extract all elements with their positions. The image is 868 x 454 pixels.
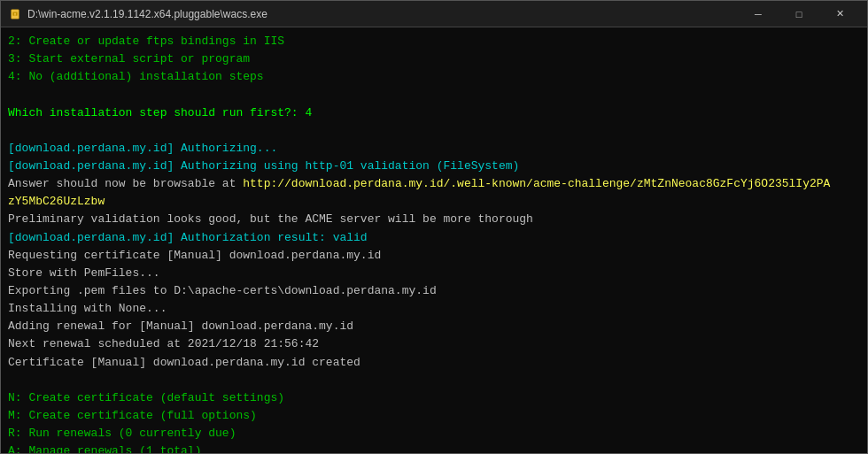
maximize-button[interactable]: □	[779, 1, 819, 27]
minimize-button[interactable]: ─	[738, 1, 779, 27]
terminal-line: Next renewal scheduled at 2021/12/18 21:…	[8, 335, 860, 353]
terminal-menu-r: R: Run renewals (0 currently due)	[8, 425, 860, 442]
terminal-line: Preliminary validation looks good, but t…	[8, 211, 860, 228]
terminal-line: Certificate [Manual] download.perdana.my…	[8, 354, 860, 372]
terminal-line: Requesting certificate [Manual] download…	[8, 247, 860, 265]
terminal-line: 3: Start external script or program	[8, 50, 860, 68]
terminal-line	[8, 122, 860, 140]
window-icon	[8, 7, 22, 21]
title-bar-text: D:\win-acme.v2.1.19.1142.x64.pluggable\w…	[27, 8, 738, 20]
terminal-menu-n: N: Create certificate (default settings)	[8, 389, 860, 407]
terminal-line: Installing with None...	[8, 300, 860, 318]
url-text: http://download.perdana.my.id/.well-know…	[243, 177, 830, 190]
terminal-line: Adding renewal for [Manual] download.per…	[8, 318, 860, 335]
terminal-line: [download.perdana.my.id] Authorizing usi…	[8, 158, 860, 175]
terminal-line-url-cont: zY5MbC26UzLzbw	[8, 193, 860, 211]
terminal-line: [download.perdana.my.id] Authorization r…	[8, 229, 860, 247]
svg-rect-3	[14, 14, 15, 16]
window-controls: ─ □ ✕	[738, 1, 860, 27]
terminal-line: Exporting .pem files to D:\apache-certs\…	[8, 282, 860, 300]
terminal-line: Answer should now be browsable at http:/…	[8, 175, 860, 193]
terminal-line: 4: No (additional) installation steps	[8, 68, 860, 86]
terminal-menu-m: M: Create certificate (full options)	[8, 407, 860, 425]
close-button[interactable]: ✕	[819, 1, 860, 27]
terminal-line: [download.perdana.my.id] Authorizing...	[8, 140, 860, 158]
terminal-menu-a: A: Manage renewals (1 total)	[8, 442, 860, 453]
terminal-line: 2: Create or update ftps bindings in IIS	[8, 33, 860, 50]
title-bar: D:\win-acme.v2.1.19.1142.x64.pluggable\w…	[1, 1, 867, 27]
terminal-output[interactable]: 2: Create or update ftps bindings in IIS…	[1, 27, 867, 453]
terminal-line	[8, 372, 860, 389]
terminal-line	[8, 86, 860, 104]
terminal-line-prompt: Which installation step should run first…	[8, 104, 860, 122]
terminal-line: Store with PemFiles...	[8, 265, 860, 282]
terminal-window: D:\win-acme.v2.1.19.1142.x64.pluggable\w…	[0, 0, 868, 454]
